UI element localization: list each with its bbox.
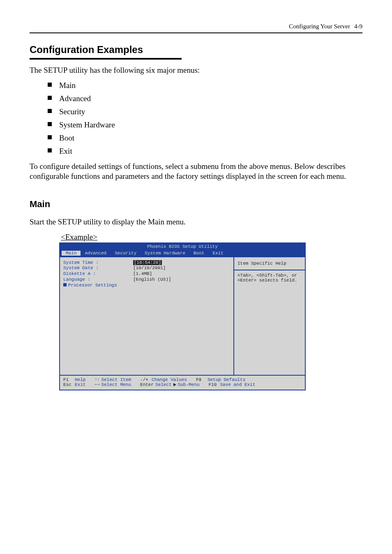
bios-tab-main[interactable]: Main	[62, 251, 81, 256]
section-heading: Configuration Examples	[30, 44, 362, 55]
hint-help: F1Help	[63, 377, 91, 382]
arrow-left-right-icon: ←→	[95, 383, 99, 386]
bios-help-panel: Item Specific Help <Tab>, <Shift-Tab>, o…	[234, 257, 305, 375]
bios-field-label: Processor Settings	[63, 283, 133, 288]
bios-field-row[interactable]: System Date :[10/10/2001]	[63, 265, 230, 270]
key-hint: F1	[63, 377, 73, 382]
bios-field-label: System Time :	[63, 260, 133, 265]
example-label: <Example>	[61, 233, 362, 242]
bios-help-body: <Tab>, <Shift-Tab>, or <Enter> selects f…	[234, 270, 305, 375]
hint-select-menu-label: Select Menu	[101, 382, 131, 387]
key-hint: Enter	[140, 382, 154, 387]
header-page-number: 4-9	[354, 23, 362, 30]
hint-setup-defaults: F9Setup Defaults	[196, 377, 251, 382]
menu-list-item-label: Advanced	[59, 94, 91, 103]
hint-exit-label: Exit	[75, 382, 85, 387]
hint-change-values: -/+Change Values	[140, 377, 193, 382]
key-hint: -/+	[140, 377, 150, 382]
hint-select-label: Select	[155, 382, 172, 387]
bios-field-value[interactable]: [1.4MB]	[133, 271, 152, 276]
menu-list-item-label: Security	[59, 107, 85, 116]
hint-change-values-label: Change Values	[152, 377, 187, 382]
bios-body: System Time :[16:54:28]System Date :[10/…	[60, 256, 305, 375]
menu-list-item: Main	[48, 81, 362, 90]
bios-window: Phoenix BIOS Setup Utility MainAdvancedS…	[59, 242, 306, 390]
hint-select-item: ↑↓Select Item	[95, 377, 137, 382]
bios-field-row[interactable]: Diskette A :[1.4MB]	[63, 271, 230, 276]
hint-save-exit: F10Save and Exit	[208, 382, 261, 387]
hint-submenu-label: Sub-Menu	[178, 382, 200, 387]
bios-field-value[interactable]: [10/10/2001]	[133, 265, 166, 270]
bios-footer: F1Help↑↓Select Item-/+Change ValuesF9Set…	[60, 375, 305, 390]
square-bullet-icon	[48, 135, 52, 139]
menu-list-item: Boot	[48, 134, 362, 143]
bios-tab-security[interactable]: Security	[111, 251, 141, 256]
header-divider	[30, 32, 362, 33]
square-bullet-icon	[48, 83, 52, 87]
section-heading-underline	[30, 58, 182, 60]
menu-list-item: Advanced	[48, 94, 362, 103]
menu-list-item-label: System Hardware	[59, 120, 115, 129]
intro-paragraph-2: To configure detailed settings of functi…	[30, 162, 362, 181]
menu-list-item: Exit	[48, 147, 362, 156]
menu-list-item-label: Boot	[59, 134, 74, 142]
bios-tab-system-hardware[interactable]: System Hardware	[141, 251, 189, 256]
page-root: Configuring Your Server 4-9 Configuratio…	[0, 0, 392, 554]
header-section-title: Configuring Your Server	[289, 23, 350, 30]
bios-tab-advanced[interactable]: Advanced	[81, 251, 111, 256]
square-bullet-icon	[48, 148, 52, 152]
running-header: Configuring Your Server 4-9	[30, 23, 362, 30]
square-bullet-icon	[48, 96, 52, 100]
menu-list-item: Security	[48, 107, 362, 116]
menu-list: MainAdvancedSecuritySystem HardwareBootE…	[48, 81, 362, 156]
menu-list-item: System Hardware	[48, 120, 362, 129]
hint-select-item-label: Select Item	[101, 377, 131, 382]
bios-field-label: System Date :	[63, 265, 133, 270]
bios-field-row[interactable]: Language :[English (US)]	[63, 277, 230, 282]
bios-tab-exit[interactable]: Exit	[208, 251, 227, 256]
hint-help-label: Help	[75, 377, 85, 382]
bios-field-value[interactable]: [16:54:28]	[133, 260, 162, 265]
section-heading-block: Configuration Examples	[30, 44, 362, 60]
triangle-right-icon	[173, 383, 176, 386]
bios-main-panel: System Time :[16:54:28]System Date :[10/…	[60, 257, 234, 375]
hint-select-menu: ←→Select Menu	[95, 382, 137, 387]
bios-field-row[interactable]: System Time :[16:54:28]	[63, 260, 230, 265]
key-hint: Esc	[63, 382, 73, 387]
submenu-marker-icon	[63, 283, 67, 286]
bios-field-row[interactable]: Processor Settings	[63, 283, 230, 288]
example-wrap: <Example> Phoenix BIOS Setup Utility Mai…	[59, 233, 362, 390]
square-bullet-icon	[48, 109, 52, 113]
menu-list-item-label: Main	[59, 81, 76, 90]
bios-field-label: Diskette A :	[63, 271, 133, 276]
menu-list-item-label: Exit	[59, 147, 72, 155]
bios-tab-boot[interactable]: Boot	[189, 251, 208, 256]
hint-exit: EscExit	[63, 382, 91, 387]
bios-help-title: Item Specific Help	[234, 257, 305, 270]
hint-save-exit-label: Save and Exit	[220, 382, 255, 387]
subsection-body: Start the SETUP utility to display the M…	[30, 217, 362, 227]
arrow-up-down-icon: ↑↓	[95, 378, 99, 381]
bios-field-label: Language :	[63, 277, 133, 282]
square-bullet-icon	[48, 122, 52, 126]
key-hint: F10	[208, 382, 218, 387]
bios-title: Phoenix BIOS Setup Utility	[60, 243, 305, 250]
key-hint: F9	[196, 377, 206, 382]
bios-field-value[interactable]: [English (US)]	[133, 277, 171, 282]
hint-select-submenu: EnterSelectSub-Menu	[140, 382, 205, 387]
intro-paragraph: The SETUP utility has the following six …	[30, 65, 362, 75]
subsection-heading: Main	[30, 199, 362, 210]
bios-tab-bar: MainAdvancedSecuritySystem HardwareBootE…	[60, 250, 305, 256]
hint-setup-defaults-label: Setup Defaults	[208, 377, 245, 382]
